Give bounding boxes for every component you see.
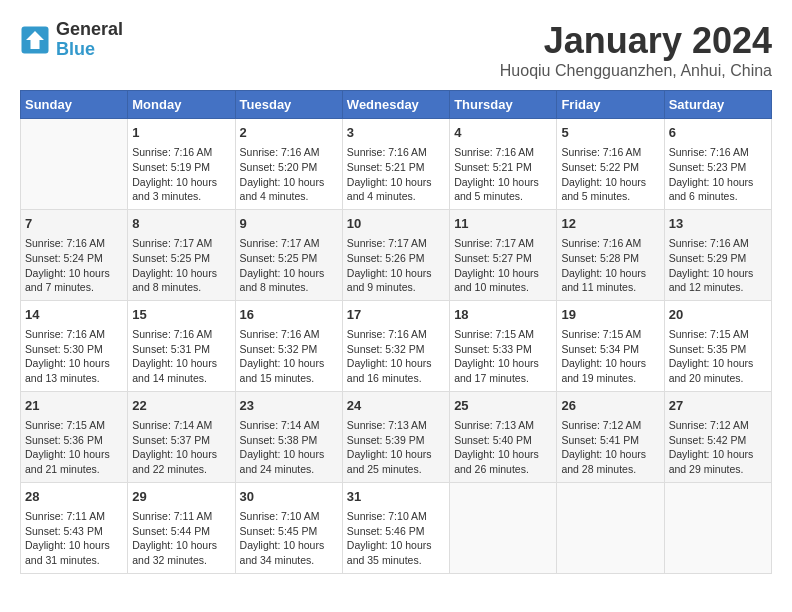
day-info: Sunrise: 7:14 AM Sunset: 5:37 PM Dayligh… [132, 418, 230, 477]
logo-icon [20, 25, 50, 55]
day-info: Sunrise: 7:14 AM Sunset: 5:38 PM Dayligh… [240, 418, 338, 477]
calendar-cell: 30Sunrise: 7:10 AM Sunset: 5:45 PM Dayli… [235, 482, 342, 573]
calendar-table: SundayMondayTuesdayWednesdayThursdayFrid… [20, 90, 772, 574]
day-info: Sunrise: 7:16 AM Sunset: 5:23 PM Dayligh… [669, 145, 767, 204]
title-section: January 2024 Huoqiu Chengguanzhen, Anhui… [500, 20, 772, 80]
calendar-cell: 31Sunrise: 7:10 AM Sunset: 5:46 PM Dayli… [342, 482, 449, 573]
day-number: 23 [240, 397, 338, 415]
day-info: Sunrise: 7:10 AM Sunset: 5:46 PM Dayligh… [347, 509, 445, 568]
day-number: 3 [347, 124, 445, 142]
calendar-cell [557, 482, 664, 573]
calendar-cell: 14Sunrise: 7:16 AM Sunset: 5:30 PM Dayli… [21, 300, 128, 391]
day-number: 4 [454, 124, 552, 142]
calendar-cell: 2Sunrise: 7:16 AM Sunset: 5:20 PM Daylig… [235, 119, 342, 210]
calendar-cell: 27Sunrise: 7:12 AM Sunset: 5:42 PM Dayli… [664, 391, 771, 482]
day-number: 19 [561, 306, 659, 324]
day-number: 13 [669, 215, 767, 233]
day-info: Sunrise: 7:16 AM Sunset: 5:29 PM Dayligh… [669, 236, 767, 295]
day-number: 8 [132, 215, 230, 233]
calendar-cell: 17Sunrise: 7:16 AM Sunset: 5:32 PM Dayli… [342, 300, 449, 391]
day-info: Sunrise: 7:16 AM Sunset: 5:21 PM Dayligh… [454, 145, 552, 204]
day-number: 17 [347, 306, 445, 324]
day-info: Sunrise: 7:15 AM Sunset: 5:33 PM Dayligh… [454, 327, 552, 386]
calendar-cell: 9Sunrise: 7:17 AM Sunset: 5:25 PM Daylig… [235, 209, 342, 300]
day-header-tuesday: Tuesday [235, 91, 342, 119]
day-number: 25 [454, 397, 552, 415]
day-info: Sunrise: 7:16 AM Sunset: 5:28 PM Dayligh… [561, 236, 659, 295]
day-info: Sunrise: 7:16 AM Sunset: 5:30 PM Dayligh… [25, 327, 123, 386]
calendar-cell: 4Sunrise: 7:16 AM Sunset: 5:21 PM Daylig… [450, 119, 557, 210]
day-info: Sunrise: 7:15 AM Sunset: 5:36 PM Dayligh… [25, 418, 123, 477]
calendar-header-row: SundayMondayTuesdayWednesdayThursdayFrid… [21, 91, 772, 119]
day-number: 15 [132, 306, 230, 324]
day-info: Sunrise: 7:16 AM Sunset: 5:20 PM Dayligh… [240, 145, 338, 204]
day-info: Sunrise: 7:16 AM Sunset: 5:21 PM Dayligh… [347, 145, 445, 204]
day-info: Sunrise: 7:16 AM Sunset: 5:19 PM Dayligh… [132, 145, 230, 204]
day-info: Sunrise: 7:17 AM Sunset: 5:27 PM Dayligh… [454, 236, 552, 295]
day-number: 12 [561, 215, 659, 233]
day-header-saturday: Saturday [664, 91, 771, 119]
day-info: Sunrise: 7:15 AM Sunset: 5:34 PM Dayligh… [561, 327, 659, 386]
day-number: 16 [240, 306, 338, 324]
day-number: 6 [669, 124, 767, 142]
calendar-cell: 25Sunrise: 7:13 AM Sunset: 5:40 PM Dayli… [450, 391, 557, 482]
calendar-cell: 29Sunrise: 7:11 AM Sunset: 5:44 PM Dayli… [128, 482, 235, 573]
day-info: Sunrise: 7:16 AM Sunset: 5:32 PM Dayligh… [347, 327, 445, 386]
calendar-cell: 23Sunrise: 7:14 AM Sunset: 5:38 PM Dayli… [235, 391, 342, 482]
day-number: 22 [132, 397, 230, 415]
day-header-thursday: Thursday [450, 91, 557, 119]
day-number: 26 [561, 397, 659, 415]
calendar-cell: 8Sunrise: 7:17 AM Sunset: 5:25 PM Daylig… [128, 209, 235, 300]
calendar-cell: 13Sunrise: 7:16 AM Sunset: 5:29 PM Dayli… [664, 209, 771, 300]
calendar-cell [21, 119, 128, 210]
day-number: 21 [25, 397, 123, 415]
calendar-cell: 20Sunrise: 7:15 AM Sunset: 5:35 PM Dayli… [664, 300, 771, 391]
day-info: Sunrise: 7:11 AM Sunset: 5:44 PM Dayligh… [132, 509, 230, 568]
calendar-cell: 5Sunrise: 7:16 AM Sunset: 5:22 PM Daylig… [557, 119, 664, 210]
day-number: 31 [347, 488, 445, 506]
day-header-wednesday: Wednesday [342, 91, 449, 119]
calendar-cell: 22Sunrise: 7:14 AM Sunset: 5:37 PM Dayli… [128, 391, 235, 482]
calendar-subtitle: Huoqiu Chengguanzhen, Anhui, China [500, 62, 772, 80]
calendar-cell: 18Sunrise: 7:15 AM Sunset: 5:33 PM Dayli… [450, 300, 557, 391]
day-number: 1 [132, 124, 230, 142]
logo-blue-text: Blue [56, 40, 123, 60]
day-info: Sunrise: 7:16 AM Sunset: 5:32 PM Dayligh… [240, 327, 338, 386]
calendar-cell: 16Sunrise: 7:16 AM Sunset: 5:32 PM Dayli… [235, 300, 342, 391]
calendar-cell: 3Sunrise: 7:16 AM Sunset: 5:21 PM Daylig… [342, 119, 449, 210]
day-info: Sunrise: 7:17 AM Sunset: 5:25 PM Dayligh… [240, 236, 338, 295]
day-info: Sunrise: 7:12 AM Sunset: 5:42 PM Dayligh… [669, 418, 767, 477]
day-info: Sunrise: 7:13 AM Sunset: 5:39 PM Dayligh… [347, 418, 445, 477]
calendar-cell: 12Sunrise: 7:16 AM Sunset: 5:28 PM Dayli… [557, 209, 664, 300]
day-number: 27 [669, 397, 767, 415]
calendar-cell: 19Sunrise: 7:15 AM Sunset: 5:34 PM Dayli… [557, 300, 664, 391]
day-number: 10 [347, 215, 445, 233]
calendar-title: January 2024 [500, 20, 772, 62]
day-header-friday: Friday [557, 91, 664, 119]
day-number: 28 [25, 488, 123, 506]
day-number: 20 [669, 306, 767, 324]
day-number: 14 [25, 306, 123, 324]
day-number: 7 [25, 215, 123, 233]
calendar-cell: 26Sunrise: 7:12 AM Sunset: 5:41 PM Dayli… [557, 391, 664, 482]
day-header-monday: Monday [128, 91, 235, 119]
day-number: 30 [240, 488, 338, 506]
day-info: Sunrise: 7:11 AM Sunset: 5:43 PM Dayligh… [25, 509, 123, 568]
day-number: 29 [132, 488, 230, 506]
day-info: Sunrise: 7:13 AM Sunset: 5:40 PM Dayligh… [454, 418, 552, 477]
day-number: 18 [454, 306, 552, 324]
day-info: Sunrise: 7:10 AM Sunset: 5:45 PM Dayligh… [240, 509, 338, 568]
calendar-cell [450, 482, 557, 573]
calendar-header: General Blue January 2024 Huoqiu Chenggu… [20, 20, 772, 80]
calendar-cell: 10Sunrise: 7:17 AM Sunset: 5:26 PM Dayli… [342, 209, 449, 300]
logo-general-text: General [56, 20, 123, 40]
day-info: Sunrise: 7:15 AM Sunset: 5:35 PM Dayligh… [669, 327, 767, 386]
day-number: 24 [347, 397, 445, 415]
day-info: Sunrise: 7:16 AM Sunset: 5:22 PM Dayligh… [561, 145, 659, 204]
day-number: 9 [240, 215, 338, 233]
day-info: Sunrise: 7:17 AM Sunset: 5:25 PM Dayligh… [132, 236, 230, 295]
day-number: 5 [561, 124, 659, 142]
calendar-cell: 11Sunrise: 7:17 AM Sunset: 5:27 PM Dayli… [450, 209, 557, 300]
day-info: Sunrise: 7:16 AM Sunset: 5:31 PM Dayligh… [132, 327, 230, 386]
day-number: 11 [454, 215, 552, 233]
